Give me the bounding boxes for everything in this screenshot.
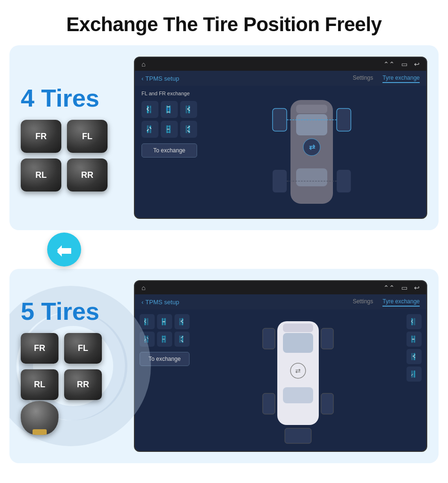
exchange-icon-2[interactable] [161,101,178,118]
svg-rect-39 [321,328,333,349]
screen-body-5: To exchange [135,309,426,451]
tire5-fl: FL [64,333,102,364]
tires-grid-5: FR FL RL RR [21,333,102,400]
tab-exchange-4[interactable]: Tyre exchange [382,74,420,83]
nav-square-icon-5: ▭ [401,284,407,291]
screen-nav-bar-4: ‹ TPMS setup Settings Tyre exchange [135,71,426,86]
tire-rl: RL [21,158,61,192]
icon5-3[interactable] [174,314,190,329]
tire-fr: FR [21,120,61,153]
icon5-5[interactable] [157,332,172,347]
exchange-icon-4[interactable] [141,121,158,138]
five-tires-title: 5 Tires [21,297,100,325]
tire5-fl-label: FL [78,343,88,353]
section-5tires: 5 Tires FR FL RL RR [9,269,439,463]
svg-rect-56 [414,371,415,378]
four-tires-title: 4 Tires [21,84,100,112]
tire-fr-label: FR [35,132,47,142]
nav-icons-5: ⌃⌃ ▭ ↩ [383,284,420,291]
icon-grid-5-row1 [140,314,190,329]
tire-fl-label: FL [82,132,92,142]
tires-left-5: 5 Tires FR FL RL RR [21,297,124,435]
tires-grid-4: FR FL RL RR [21,120,108,192]
svg-text:⇄: ⇄ [309,143,315,151]
exchange-icon-3[interactable] [180,101,197,118]
exchange-button-5[interactable]: To exchange [140,352,190,366]
svg-rect-33 [147,336,148,343]
svg-rect-31 [182,318,183,325]
svg-rect-54 [414,353,415,360]
screen-middle-5: ⇄ [194,314,402,446]
icon-grid-row1 [141,101,197,118]
screen-mockup-4: ⌂ ⌃⌃ ▭ ↩ ‹ TPMS setup Settings Tyr [134,57,427,219]
back-button-4[interactable]: ‹ TPMS setup [141,75,179,82]
exchange-description-4: FL and FR exchange [141,91,197,96]
svg-rect-19 [296,114,327,135]
svg-rect-17 [337,170,351,192]
icon5-r4[interactable] [407,366,422,382]
svg-rect-14 [273,108,287,131]
svg-rect-7 [188,106,190,114]
main-content: 4 Tires FR FL RL RR [0,45,448,473]
nav-up-icon: ⌃⌃ [383,60,395,68]
svg-point-4 [166,108,168,110]
svg-rect-42 [285,428,311,443]
svg-rect-50 [414,318,415,325]
svg-rect-44 [283,333,313,353]
icon5-r2[interactable] [407,332,422,347]
svg-point-5 [169,108,171,110]
icon5-r1[interactable] [407,314,422,329]
tire5-rr-label: RR [77,380,89,390]
svg-rect-41 [321,393,333,414]
tab-settings-5[interactable]: Settings [353,297,373,307]
screen-top-bar: ⌂ ⌃⌃ ▭ ↩ [135,58,426,71]
nav-square-icon: ▭ [401,60,407,68]
tire-rr: RR [67,158,108,192]
back-arrow-icon: ‹ [141,75,143,82]
svg-rect-16 [273,170,287,192]
page-wrapper: Exchange The Tire Position Freely 4 Tire… [0,0,448,473]
icon5-4[interactable] [140,332,155,347]
tab-exchange-5[interactable]: Tyre exchange [382,297,420,307]
exchange-arrow-container [9,233,439,266]
tire5-rl: RL [21,369,58,400]
svg-rect-38 [263,328,275,349]
svg-rect-46 [283,387,313,403]
icon5-6[interactable] [174,332,190,347]
svg-rect-36 [179,336,181,343]
screen-left-5: To exchange [140,314,190,366]
tab-settings-4[interactable]: Settings [353,74,373,83]
page-title: Exchange The Tire Position Freely [0,0,448,45]
home-icon-5: ⌂ [141,284,145,291]
exchange-button-4[interactable]: To exchange [141,143,197,158]
back-arrow-icon-5: ‹ [141,299,143,306]
tpms-label-4: TPMS setup [145,75,179,82]
exchange-icon-1[interactable] [141,101,158,118]
screen-nav-bar-5: ‹ TPMS setup Settings Tyre exchange [135,294,426,309]
icon5-2[interactable] [157,314,172,329]
icon5-r3[interactable] [407,349,422,364]
screen-right-5 [407,314,422,382]
car-top-view-4: ⇄ [267,91,357,213]
tire5-fr: FR [21,333,58,364]
nav-tabs-4: Settings Tyre exchange [353,74,420,83]
svg-rect-6 [186,106,188,114]
screen-body-4: FL and FR exchange [135,86,426,218]
tire5-fr-label: FR [34,343,45,353]
nav-icons: ⌃⌃ ▭ ↩ [383,60,420,68]
exchange-icon-5[interactable] [161,121,178,138]
icon-grid-row2 [141,121,197,138]
tire-fl: FL [67,120,108,153]
icon5-1[interactable] [140,314,155,329]
nav-back-icon-5: ↩ [414,284,420,291]
tires-left-4: 4 Tires FR FL RL RR [21,84,124,192]
icon-grid-5-row2 [140,332,190,347]
tire5-spare [21,401,58,435]
svg-rect-15 [337,108,351,131]
back-button-5[interactable]: ‹ TPMS setup [141,299,179,306]
screen-top-bar-5: ⌂ ⌃⌃ ▭ ↩ [135,281,426,294]
svg-rect-21 [296,105,327,113]
svg-rect-30 [179,318,181,325]
nav-up-icon-5: ⌃⌃ [383,284,395,291]
exchange-icon-6[interactable] [180,121,197,138]
